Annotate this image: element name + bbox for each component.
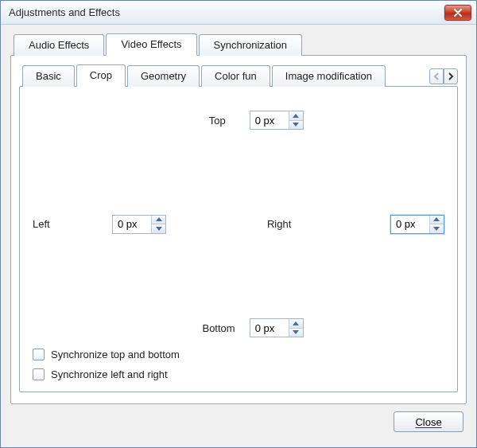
crop-right-spin-buttons	[429, 216, 444, 233]
sync-left-right-row: Synchronize left and right	[33, 368, 444, 380]
crop-left-label: Left	[33, 218, 112, 230]
crop-top-spinbox[interactable]	[250, 111, 304, 130]
crop-bottom-input[interactable]	[250, 319, 289, 337]
chevron-up-icon	[156, 217, 162, 221]
chevron-up-icon	[433, 217, 440, 221]
crop-left-spinbox[interactable]	[112, 215, 166, 234]
crop-top-label: Top	[209, 115, 250, 127]
sub-tabs-row: Basic Crop Geometry Color fun Image modi…	[22, 64, 458, 86]
crop-top-step-down[interactable]	[289, 121, 303, 130]
chevron-left-icon	[433, 72, 440, 80]
sync-top-bottom-row: Synchronize top and bottom	[33, 349, 444, 360]
window-close-button[interactable]	[444, 5, 471, 21]
crop-right-label: Right	[267, 218, 307, 230]
main-tabs: Audio Effects Video Effects Synchronizat…	[14, 33, 467, 55]
subtab-basic[interactable]: Basic	[22, 65, 75, 87]
crop-left-input[interactable]	[113, 216, 151, 233]
tab-video-effects[interactable]: Video Effects	[106, 33, 196, 56]
crop-bottom-step-up[interactable]	[289, 319, 303, 329]
window: Adjustments and Effects Audio Effects Vi…	[0, 0, 477, 448]
chevron-down-icon	[293, 330, 299, 334]
crop-left-spin-buttons	[151, 216, 165, 233]
sync-top-bottom-checkbox[interactable]	[33, 349, 45, 360]
subtab-scroll	[429, 68, 458, 84]
window-title: Adjustments and Effects	[9, 6, 444, 18]
crop-right-input[interactable]	[391, 216, 429, 233]
subtab-colorfun[interactable]: Color fun	[201, 65, 270, 87]
subtab-scroll-left[interactable]	[429, 68, 444, 84]
sub-tabs: Basic Crop Geometry Color fun Image modi…	[22, 64, 428, 86]
crop-sync-options: Synchronize top and bottom Synchronize l…	[33, 349, 444, 380]
chevron-up-icon	[293, 321, 299, 325]
crop-left-step-up[interactable]	[152, 216, 165, 225]
subtab-image-modification[interactable]: Image modification	[272, 65, 386, 87]
sync-left-right-label: Synchronize left and right	[51, 368, 168, 380]
video-effects-panel: Basic Crop Geometry Color fun Image modi…	[10, 55, 467, 404]
crop-panel: Top Left	[19, 86, 458, 392]
chevron-down-icon	[433, 227, 440, 231]
subtab-geometry[interactable]: Geometry	[127, 65, 200, 87]
close-button-label: Close	[415, 416, 441, 428]
chevron-up-icon	[293, 114, 299, 118]
crop-top-spin-buttons	[289, 111, 303, 129]
tab-synchronization[interactable]: Synchronization	[199, 34, 303, 56]
tab-audio-effects[interactable]: Audio Effects	[14, 34, 104, 56]
crop-top-step-up[interactable]	[289, 111, 303, 121]
close-icon	[454, 9, 462, 17]
chevron-down-icon	[156, 227, 162, 231]
client-area: Audio Effects Video Effects Synchronizat…	[1, 25, 476, 447]
crop-bottom-spinbox[interactable]	[250, 318, 304, 337]
crop-top-input[interactable]	[250, 111, 289, 129]
crop-bottom-spin-buttons	[289, 319, 303, 337]
crop-bottom-label: Bottom	[202, 322, 249, 334]
titlebar: Adjustments and Effects	[1, 1, 476, 25]
crop-right-step-down[interactable]	[430, 224, 444, 233]
sync-top-bottom-label: Synchronize top and bottom	[51, 349, 180, 360]
close-button[interactable]: Close	[394, 411, 463, 432]
crop-right-step-up[interactable]	[430, 216, 444, 225]
crop-bottom-step-down[interactable]	[289, 329, 303, 337]
footer: Close	[10, 404, 467, 439]
chevron-down-icon	[293, 123, 299, 127]
chevron-right-icon	[448, 72, 454, 80]
crop-left-step-down[interactable]	[152, 224, 165, 233]
crop-right-spinbox[interactable]	[390, 215, 444, 234]
sync-left-right-checkbox[interactable]	[33, 368, 45, 380]
subtab-crop[interactable]: Crop	[76, 64, 126, 87]
subtab-scroll-right[interactable]	[444, 68, 458, 84]
crop-grid: Top Left	[33, 104, 444, 344]
